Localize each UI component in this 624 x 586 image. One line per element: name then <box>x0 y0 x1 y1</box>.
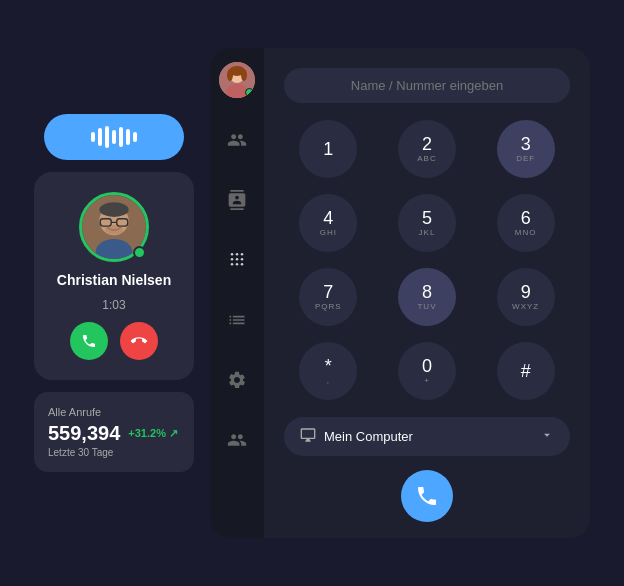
right-panel: 12ABC3DEF4GHI5JKL6MNO7PQRS8TUV9WXYZ*,0+#… <box>210 48 590 538</box>
dial-key-4[interactable]: 4GHI <box>299 194 357 252</box>
phone-reject-icon <box>128 330 151 353</box>
sidebar <box>210 48 264 538</box>
call-card: Christian Nielsen 1:03 <box>34 172 194 380</box>
dial-key-2[interactable]: 2ABC <box>398 120 456 178</box>
svg-point-16 <box>241 253 244 256</box>
svg-point-21 <box>236 263 239 266</box>
sidebar-item-contacts[interactable] <box>219 182 255 218</box>
call-fab-button[interactable] <box>401 470 453 522</box>
voice-button[interactable] <box>44 114 184 160</box>
svg-point-17 <box>231 258 234 261</box>
sidebar-item-transfer[interactable] <box>219 422 255 458</box>
number-input[interactable] <box>284 68 570 103</box>
stats-number: 559,394 <box>48 422 120 445</box>
call-button-wrap <box>284 470 570 522</box>
svg-point-13 <box>241 69 247 81</box>
dial-key-3[interactable]: 3DEF <box>497 120 555 178</box>
dialpad-grid: 12ABC3DEF4GHI5JKL6MNO7PQRS8TUV9WXYZ*,0+# <box>284 117 570 403</box>
voice-bar-1 <box>91 132 95 142</box>
voice-bar-6 <box>126 129 130 145</box>
dialpad-area: 12ABC3DEF4GHI5JKL6MNO7PQRS8TUV9WXYZ*,0+#… <box>264 48 590 538</box>
call-actions <box>70 322 158 360</box>
svg-point-14 <box>231 253 234 256</box>
stats-card: Alle Anrufe 559,394 +31.2% ↗ Letzte 30 T… <box>34 392 194 472</box>
voice-bar-2 <box>98 128 102 146</box>
stats-value-row: 559,394 +31.2% ↗ <box>48 422 180 445</box>
svg-point-20 <box>231 263 234 266</box>
dial-key-0[interactable]: 0+ <box>398 342 456 400</box>
reject-call-button[interactable] <box>120 322 158 360</box>
device-selector[interactable]: Mein Computer <box>284 417 570 456</box>
dial-key-8[interactable]: 8TUV <box>398 268 456 326</box>
dial-key-#[interactable]: # <box>497 342 555 400</box>
sidebar-item-list[interactable] <box>219 302 255 338</box>
voice-bar-3 <box>105 126 109 148</box>
device-label: Mein Computer <box>324 429 532 444</box>
dial-key-*[interactable]: *, <box>299 342 357 400</box>
caller-avatar-wrap <box>79 192 149 262</box>
svg-point-18 <box>236 258 239 261</box>
sidebar-item-settings[interactable] <box>219 362 255 398</box>
chevron-down-icon <box>540 428 554 445</box>
dial-key-5[interactable]: 5JKL <box>398 194 456 252</box>
stats-sub: Letzte 30 Tage <box>48 447 180 458</box>
dial-key-1[interactable]: 1 <box>299 120 357 178</box>
phone-accept-icon <box>81 333 97 349</box>
svg-point-12 <box>227 69 233 81</box>
svg-point-3 <box>99 202 128 217</box>
call-duration: 1:03 <box>102 298 125 312</box>
stats-label: Alle Anrufe <box>48 406 180 418</box>
caller-online-dot <box>133 246 146 259</box>
dial-key-7[interactable]: 7PQRS <box>299 268 357 326</box>
accept-call-button[interactable] <box>70 322 108 360</box>
svg-point-15 <box>236 253 239 256</box>
user-avatar[interactable] <box>219 62 255 98</box>
voice-bar-4 <box>112 130 116 144</box>
voice-bar-5 <box>119 127 123 147</box>
sidebar-item-dialpad[interactable] <box>219 242 255 278</box>
caller-name: Christian Nielsen <box>57 272 171 288</box>
dial-key-9[interactable]: 9WXYZ <box>497 268 555 326</box>
sidebar-item-people[interactable] <box>219 122 255 158</box>
left-panel: Christian Nielsen 1:03 Alle Anrufe 55 <box>34 114 194 472</box>
stats-badge: +31.2% ↗ <box>128 427 178 440</box>
svg-point-22 <box>241 263 244 266</box>
scene: Christian Nielsen 1:03 Alle Anrufe 55 <box>10 24 614 562</box>
phone-call-icon <box>415 484 439 508</box>
voice-bar-7 <box>133 132 137 142</box>
user-online-dot <box>245 88 254 97</box>
dial-key-6[interactable]: 6MNO <box>497 194 555 252</box>
svg-point-19 <box>241 258 244 261</box>
monitor-icon <box>300 427 316 446</box>
